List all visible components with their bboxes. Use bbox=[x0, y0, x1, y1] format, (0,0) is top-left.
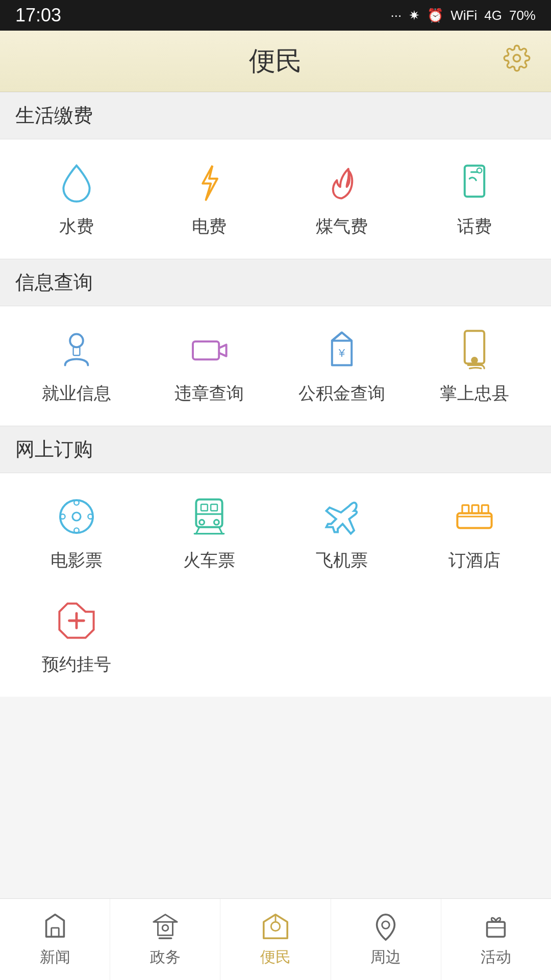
grid-item-hotel[interactable]: 订酒店 bbox=[408, 494, 541, 572]
nav-label-activity: 活动 bbox=[481, 947, 511, 968]
hotel-label: 订酒店 bbox=[448, 549, 500, 572]
page-title: 便民 bbox=[249, 43, 302, 79]
grid-item-flight[interactable]: 飞机票 bbox=[276, 494, 408, 572]
signal-icon: 4G bbox=[484, 8, 502, 23]
section-header-online-order: 网上订购 bbox=[0, 426, 551, 473]
gas-icon bbox=[319, 160, 365, 206]
employment-label: 就业信息 bbox=[42, 382, 111, 405]
svg-rect-4 bbox=[73, 347, 80, 355]
online-order-grid: 电影票 火车票 bbox=[0, 473, 551, 697]
info-query-items: 就业信息 违章查询 ¥ bbox=[10, 327, 541, 405]
nav-item-nearby[interactable]: 周边 bbox=[331, 899, 441, 980]
movie-icon bbox=[54, 494, 99, 540]
status-icons: ··· ✷ ⏰ WiFi 4G 70% bbox=[391, 8, 536, 23]
nav-item-news[interactable]: 新闻 bbox=[0, 899, 110, 980]
phone-icon bbox=[452, 160, 497, 206]
svg-rect-17 bbox=[201, 504, 208, 511]
movie-label: 电影票 bbox=[51, 549, 103, 572]
svg-point-19 bbox=[199, 520, 205, 525]
svg-point-31 bbox=[271, 922, 280, 930]
svg-point-30 bbox=[162, 925, 168, 931]
section-header-life-payment: 生活缴费 bbox=[0, 92, 551, 139]
svg-point-33 bbox=[382, 921, 390, 929]
grid-item-train[interactable]: 火车票 bbox=[143, 494, 276, 572]
svg-rect-28 bbox=[51, 928, 59, 937]
violation-label: 违章查询 bbox=[174, 382, 244, 405]
electric-icon bbox=[186, 160, 232, 206]
svg-point-10 bbox=[72, 512, 81, 521]
grid-item-phone[interactable]: 话费 bbox=[408, 160, 541, 238]
nav-item-government[interactable]: 政务 bbox=[110, 899, 220, 980]
page-header: 便民 bbox=[0, 31, 551, 92]
bottom-navigation: 新闻 政务 便民 周边 bbox=[0, 898, 551, 980]
nav-icon-convenience bbox=[260, 911, 291, 942]
svg-rect-25 bbox=[482, 505, 488, 513]
bluetooth-icon: ✷ bbox=[409, 8, 420, 23]
nav-item-activity[interactable]: 活动 bbox=[441, 899, 551, 980]
section-header-info-query: 信息查询 bbox=[0, 259, 551, 306]
grid-item-violation[interactable]: 违章查询 bbox=[143, 327, 276, 405]
svg-point-2 bbox=[477, 168, 482, 173]
appointment-label: 预约挂号 bbox=[42, 653, 111, 676]
gas-label: 煤气费 bbox=[316, 215, 368, 238]
svg-rect-18 bbox=[211, 504, 217, 511]
svg-rect-34 bbox=[487, 922, 505, 937]
phone-label: 话费 bbox=[457, 215, 492, 238]
water-label: 水费 bbox=[59, 215, 94, 238]
nav-label-nearby: 周边 bbox=[370, 947, 401, 968]
flight-label: 飞机票 bbox=[316, 549, 368, 572]
svg-point-3 bbox=[70, 334, 83, 348]
nav-icon-activity bbox=[481, 911, 511, 942]
fund-label: 公积金查询 bbox=[298, 382, 385, 405]
settings-button[interactable] bbox=[503, 44, 531, 78]
violation-icon bbox=[186, 327, 232, 373]
grid-item-fund[interactable]: ¥ 公积金查询 bbox=[276, 327, 408, 405]
info-query-grid: 就业信息 违章查询 ¥ bbox=[0, 306, 551, 426]
fund-icon: ¥ bbox=[319, 327, 365, 373]
grid-item-employment[interactable]: 就业信息 bbox=[10, 327, 143, 405]
svg-rect-22 bbox=[457, 513, 491, 528]
svg-point-8 bbox=[472, 358, 477, 363]
svg-rect-5 bbox=[193, 341, 219, 359]
svg-point-20 bbox=[214, 520, 219, 525]
grid-item-gas[interactable]: 煤气费 bbox=[276, 160, 408, 238]
svg-rect-24 bbox=[472, 505, 479, 513]
electric-label: 电费 bbox=[192, 215, 227, 238]
grid-item-palm[interactable]: 掌上忠县 bbox=[408, 327, 541, 405]
life-payment-grid: 水费 电费 煤气费 bbox=[0, 139, 551, 259]
nav-icon-news bbox=[40, 911, 70, 942]
appointment-icon bbox=[54, 598, 99, 644]
life-payment-items: 水费 电费 煤气费 bbox=[10, 160, 541, 238]
grid-item-water[interactable]: 水费 bbox=[10, 160, 143, 238]
wifi-icon: WiFi bbox=[450, 8, 477, 23]
status-bar: 17:03 ··· ✷ ⏰ WiFi 4G 70% bbox=[0, 0, 551, 31]
svg-text:¥: ¥ bbox=[338, 347, 345, 359]
alarm-icon: ⏰ bbox=[427, 8, 443, 23]
nav-item-convenience[interactable]: 便民 bbox=[220, 899, 331, 980]
grid-item-movie[interactable]: 电影票 bbox=[10, 494, 143, 572]
content-area: 生活缴费 水费 电费 bbox=[0, 92, 551, 778]
employment-icon bbox=[54, 327, 99, 373]
battery-icon: 70% bbox=[509, 8, 536, 23]
hotel-icon bbox=[452, 494, 497, 540]
nav-icon-nearby bbox=[370, 911, 401, 942]
online-order-items: 电影票 火车票 bbox=[10, 494, 541, 676]
status-time: 17:03 bbox=[15, 5, 61, 26]
nav-label-convenience: 便民 bbox=[260, 947, 291, 968]
train-label: 火车票 bbox=[183, 549, 235, 572]
svg-point-0 bbox=[513, 55, 520, 62]
svg-rect-23 bbox=[462, 505, 469, 513]
flight-icon bbox=[319, 494, 365, 540]
train-icon bbox=[186, 494, 232, 540]
nav-label-news: 新闻 bbox=[40, 947, 70, 968]
palm-icon bbox=[452, 327, 497, 373]
grid-item-appointment[interactable]: 预约挂号 bbox=[10, 598, 143, 676]
signal-dots-icon: ··· bbox=[391, 8, 402, 23]
water-icon bbox=[54, 160, 99, 206]
nav-icon-government bbox=[150, 911, 181, 942]
nav-label-government: 政务 bbox=[150, 947, 181, 968]
grid-item-electric[interactable]: 电费 bbox=[143, 160, 276, 238]
palm-label: 掌上忠县 bbox=[440, 382, 509, 405]
